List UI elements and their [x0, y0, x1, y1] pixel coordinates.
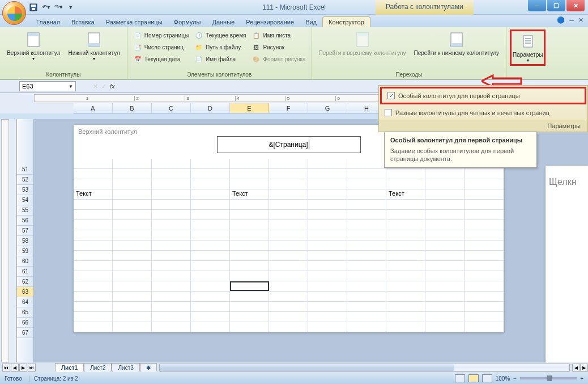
cell[interactable]	[465, 302, 504, 311]
cancel-icon[interactable]: ✕	[93, 83, 98, 90]
cell[interactable]	[386, 240, 425, 250]
cell[interactable]	[152, 312, 191, 322]
checkbox-checked-icon[interactable]: ✓	[387, 92, 395, 99]
view-layout-icon[interactable]	[468, 374, 479, 382]
cell[interactable]	[386, 312, 425, 322]
cell[interactable]	[113, 292, 152, 301]
scroll-left-icon[interactable]: ◀	[572, 364, 580, 372]
cell[interactable]	[152, 240, 191, 250]
cell[interactable]	[347, 312, 386, 322]
cell[interactable]	[465, 261, 504, 271]
cell[interactable]	[113, 220, 152, 230]
cell[interactable]	[191, 281, 230, 291]
cell[interactable]	[465, 210, 504, 220]
row-header[interactable]: 60	[17, 256, 33, 267]
cell[interactable]	[269, 169, 308, 179]
row-header[interactable]: 67	[17, 328, 33, 338]
cell[interactable]	[465, 292, 504, 301]
cell[interactable]	[308, 189, 347, 199]
zoom-in-icon[interactable]: +	[580, 375, 583, 382]
cell[interactable]	[74, 251, 113, 260]
cell[interactable]	[74, 210, 113, 220]
sheet-tab[interactable]: Лист2	[84, 363, 112, 372]
cell[interactable]	[465, 169, 504, 179]
cell[interactable]	[152, 322, 191, 332]
cell[interactable]: Текст	[386, 189, 425, 199]
cell[interactable]	[152, 292, 191, 301]
maximize-button[interactable]: ☐	[547, 0, 565, 11]
cell[interactable]	[386, 210, 425, 220]
cell[interactable]	[386, 322, 425, 332]
cell[interactable]	[74, 261, 113, 271]
undo-icon[interactable]: ↶▾	[41, 2, 51, 12]
cell[interactable]	[113, 179, 152, 189]
cell[interactable]	[347, 210, 386, 220]
enter-icon[interactable]: ✓	[101, 83, 106, 90]
col-header[interactable]: D	[191, 103, 230, 113]
cell[interactable]	[347, 251, 386, 260]
row-header[interactable]: 58	[17, 236, 33, 246]
cell[interactable]	[113, 240, 152, 250]
col-header[interactable]: C	[152, 103, 191, 113]
scroll-right-icon[interactable]: ▶	[580, 364, 588, 372]
cell[interactable]	[425, 302, 465, 311]
minimize-ribbon-icon[interactable]: ─	[569, 17, 574, 24]
col-header[interactable]: A	[74, 103, 113, 113]
file-path-button[interactable]: 📁Путь к файлу	[192, 41, 248, 53]
cell[interactable]	[347, 200, 386, 209]
goto-top-button[interactable]: Перейти к верхнему колонтитулу	[316, 29, 410, 57]
cell[interactable]	[113, 230, 152, 240]
cell[interactable]	[347, 281, 386, 291]
header-top-button[interactable]: Верхний колонтитул ▾	[3, 29, 64, 62]
cell[interactable]	[113, 271, 152, 281]
cell[interactable]	[113, 189, 152, 199]
cell[interactable]	[386, 200, 425, 209]
cell[interactable]	[152, 210, 191, 220]
cell[interactable]	[230, 200, 269, 209]
tab-formulas[interactable]: Формулы	[168, 17, 207, 27]
cell[interactable]	[230, 302, 269, 311]
cell[interactable]	[269, 271, 308, 281]
cell[interactable]	[386, 302, 425, 311]
cell[interactable]	[191, 312, 230, 322]
redo-icon[interactable]: ↷▾	[53, 2, 63, 12]
tab-data[interactable]: Данные	[206, 17, 240, 27]
cell[interactable]	[425, 251, 465, 260]
cell[interactable]	[230, 220, 269, 230]
cell[interactable]	[386, 261, 425, 271]
page-count-button[interactable]: 📑Число страниц	[131, 41, 191, 53]
cell[interactable]	[308, 312, 347, 322]
cell[interactable]	[308, 240, 347, 250]
tab-page-layout[interactable]: Разметка страницы	[100, 17, 168, 27]
cell[interactable]	[152, 179, 191, 189]
row-header[interactable]: 62	[17, 277, 33, 287]
cell[interactable]	[425, 230, 465, 240]
cell[interactable]	[113, 210, 152, 220]
tab-nav-first-icon[interactable]: ⏮	[2, 364, 10, 372]
col-header[interactable]: G	[308, 103, 347, 113]
cell[interactable]	[347, 261, 386, 271]
tab-nav-next-icon[interactable]: ▶	[19, 364, 27, 372]
cell[interactable]	[386, 251, 425, 260]
cell[interactable]	[113, 159, 152, 168]
cell[interactable]	[425, 281, 465, 291]
page-number-button[interactable]: 📄Номер страницы	[131, 29, 191, 41]
view-break-icon[interactable]	[482, 374, 492, 382]
cell[interactable]	[269, 322, 308, 332]
cell[interactable]	[74, 302, 113, 311]
cell[interactable]	[152, 169, 191, 179]
cell[interactable]	[74, 312, 113, 322]
cell[interactable]	[465, 230, 504, 240]
cell[interactable]	[347, 159, 386, 168]
cell[interactable]	[269, 159, 308, 168]
row-header[interactable]: 64	[17, 297, 33, 307]
cell[interactable]	[191, 179, 230, 189]
cell[interactable]	[425, 240, 465, 250]
save-icon[interactable]	[28, 2, 39, 12]
col-header[interactable]: F	[269, 103, 308, 113]
cell[interactable]	[230, 210, 269, 220]
cell[interactable]	[425, 312, 465, 322]
cell[interactable]	[386, 220, 425, 230]
cell[interactable]	[230, 261, 269, 271]
cell[interactable]	[74, 200, 113, 209]
